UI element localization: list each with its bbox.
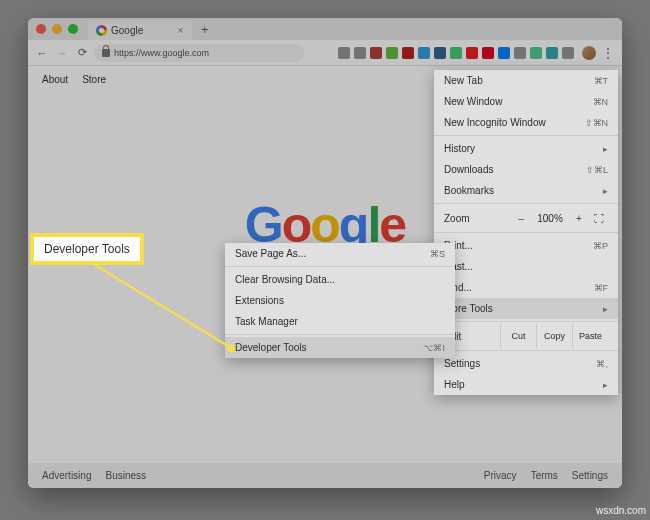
nav-store[interactable]: Store [82,74,106,85]
submenu-save-page[interactable]: Save Page As...⌘S [225,243,455,264]
more-tools-submenu: Save Page As...⌘S Clear Browsing Data...… [225,243,455,358]
edit-copy-button[interactable]: Copy [536,324,572,348]
tab-title: Google [111,25,143,36]
watermark: wsxdn.com [596,505,646,516]
extension-icon[interactable] [466,47,478,59]
menu-zoom: Zoom – 100% + ⛶ [434,206,618,230]
lock-icon [102,49,110,57]
extension-icon[interactable] [498,47,510,59]
submenu-task-manager[interactable]: Task Manager [225,311,455,332]
edit-cut-button[interactable]: Cut [500,324,536,348]
kebab-menu-icon[interactable]: ⋮ [600,45,616,61]
reload-button[interactable]: ⟳ [74,45,90,61]
zoom-in-button[interactable]: + [572,213,586,224]
extension-icon[interactable] [434,47,446,59]
extension-icon[interactable] [514,47,526,59]
extension-icon[interactable] [386,47,398,59]
menu-incognito[interactable]: New Incognito Window⇧⌘N [434,112,618,133]
callout-label: Developer Tools [30,233,144,265]
footer-business[interactable]: Business [105,470,146,481]
menu-edit: Edit Cut Copy Paste [434,324,618,348]
footer-settings[interactable]: Settings [572,470,608,481]
back-button[interactable]: ← [34,45,50,61]
extension-icon[interactable] [482,47,494,59]
extension-icon[interactable] [370,47,382,59]
url-text: https://www.google.com [114,48,209,58]
titlebar: Google × + [28,18,622,40]
maximize-window-icon[interactable] [68,24,78,34]
extension-icon[interactable] [402,47,414,59]
extension-icon[interactable] [530,47,542,59]
extension-icon[interactable] [546,47,558,59]
menu-bookmarks[interactable]: Bookmarks [434,180,618,201]
extensions-area [338,47,578,59]
submenu-clear-data[interactable]: Clear Browsing Data... [225,269,455,290]
footer-privacy[interactable]: Privacy [484,470,517,481]
submenu-developer-tools[interactable]: Developer Tools⌥⌘I [225,337,455,358]
menu-new-tab[interactable]: New Tab⌘T [434,70,618,91]
footer-terms[interactable]: Terms [531,470,558,481]
extension-icon[interactable] [450,47,462,59]
fullscreen-icon[interactable]: ⛶ [594,213,608,224]
menu-find[interactable]: Find...⌘F [434,277,618,298]
extension-icon[interactable] [354,47,366,59]
menu-print[interactable]: Print...⌘P [434,235,618,256]
traffic-lights [36,24,78,34]
forward-button[interactable]: → [54,45,70,61]
zoom-value: 100% [536,213,564,224]
edit-paste-button[interactable]: Paste [572,324,608,348]
submenu-extensions[interactable]: Extensions [225,290,455,311]
close-window-icon[interactable] [36,24,46,34]
zoom-out-button[interactable]: – [514,213,528,224]
google-favicon-icon [96,25,107,36]
menu-downloads[interactable]: Downloads⇧⌘L [434,159,618,180]
close-tab-icon[interactable]: × [177,24,183,36]
page-footer: Advertising Business Privacy Terms Setti… [28,463,622,488]
new-tab-button[interactable]: + [196,20,214,38]
address-bar[interactable]: https://www.google.com [94,44,304,62]
extension-icon[interactable] [418,47,430,59]
menu-settings[interactable]: Settings⌘, [434,353,618,374]
page-top-nav: About Store [42,74,106,85]
extension-icon[interactable] [562,47,574,59]
main-menu: New Tab⌘T New Window⌘N New Incognito Win… [434,70,618,395]
toolbar: ← → ⟳ https://www.google.com ⋮ [28,40,622,66]
menu-history[interactable]: History [434,138,618,159]
menu-help[interactable]: Help [434,374,618,395]
menu-more-tools[interactable]: More Tools [434,298,618,319]
browser-tab[interactable]: Google × [88,20,192,40]
footer-advertising[interactable]: Advertising [42,470,91,481]
avatar-icon[interactable] [582,46,596,60]
extension-icon[interactable] [338,47,350,59]
menu-new-window[interactable]: New Window⌘N [434,91,618,112]
minimize-window-icon[interactable] [52,24,62,34]
nav-about[interactable]: About [42,74,68,85]
callout-endpoint-icon [227,344,235,352]
menu-cast[interactable]: Cast... [434,256,618,277]
